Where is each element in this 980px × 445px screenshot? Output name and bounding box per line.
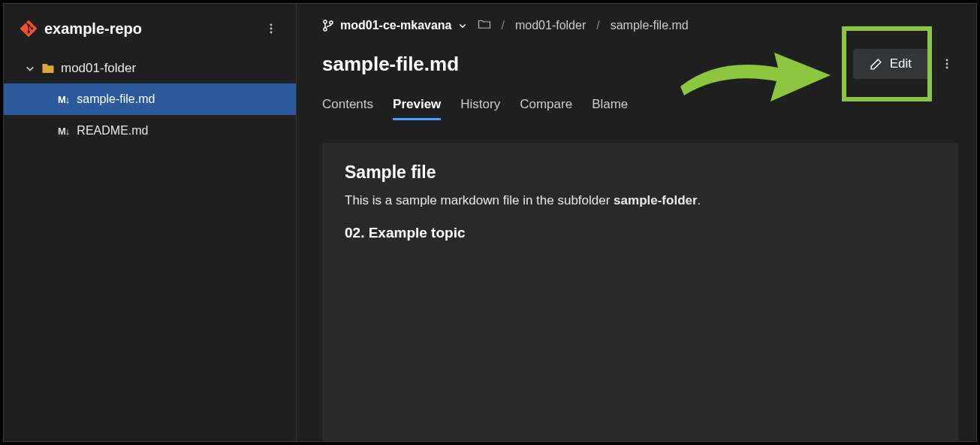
tree-file-sample[interactable]: M↓ sample-file.md: [4, 83, 296, 115]
branch-icon: [322, 20, 334, 32]
sidebar-more-button[interactable]: [260, 17, 282, 40]
svg-point-0: [270, 24, 273, 26]
chevron-down-icon: [458, 21, 467, 30]
chevron-down-icon: [25, 63, 35, 74]
file-tree-sidebar: example-repo mod01-folder M↓ sample-file…: [4, 4, 297, 441]
preview-body: This is a sample markdown file in the su…: [345, 193, 936, 208]
tab-compare[interactable]: Compare: [520, 92, 572, 120]
file-title: sample-file.md: [322, 53, 459, 76]
pencil-icon: [870, 58, 882, 71]
repo-title[interactable]: example-repo: [20, 20, 142, 38]
tab-blame[interactable]: Blame: [592, 92, 628, 120]
file-more-button[interactable]: [936, 53, 958, 75]
preview-subheading: 02. Example topic: [345, 225, 936, 241]
breadcrumb-folder[interactable]: mod01-folder: [515, 19, 586, 32]
breadcrumb-separator: [478, 17, 491, 34]
file-tabs: Contents Preview History Compare Blame: [322, 92, 958, 120]
preview-body-strong: sample-folder: [614, 193, 697, 207]
tree-folder[interactable]: mod01-folder: [4, 53, 296, 83]
edit-label: Edit: [890, 56, 912, 71]
breadcrumb-file[interactable]: sample-file.md: [611, 19, 689, 32]
preview-heading: Sample file: [345, 162, 936, 183]
more-vertical-icon: [941, 58, 953, 70]
preview-panel: Sample file This is a sample markdown fi…: [322, 143, 958, 441]
svg-point-6: [946, 59, 948, 62]
sidebar-header: example-repo: [4, 4, 296, 49]
folder-outline-icon: [478, 17, 491, 31]
breadcrumb-slash: /: [502, 19, 505, 32]
branch-selector[interactable]: mod01-ce-mkavana: [322, 19, 467, 32]
app-root: example-repo mod01-folder M↓ sample-file…: [3, 3, 977, 442]
file-tree: mod01-folder M↓ sample-file.md M↓ README…: [4, 49, 296, 147]
folder-icon: [41, 62, 55, 75]
branch-name: mod01-ce-mkavana: [340, 19, 452, 32]
repo-name-label: example-repo: [44, 20, 142, 38]
svg-point-5: [330, 21, 333, 24]
markdown-icon: M↓: [58, 94, 69, 105]
svg-point-7: [946, 63, 948, 65]
markdown-icon: M↓: [58, 126, 69, 137]
breadcrumb-slash: /: [596, 19, 599, 32]
svg-point-3: [324, 20, 327, 23]
svg-point-4: [324, 28, 327, 31]
tab-history[interactable]: History: [460, 92, 500, 120]
file-actions: Edit: [853, 49, 958, 79]
svg-point-8: [946, 67, 948, 69]
tab-preview[interactable]: Preview: [393, 92, 441, 120]
more-vertical-icon: [265, 23, 277, 35]
file-header: sample-file.md Edit: [322, 49, 958, 79]
tree-file-readme[interactable]: M↓ README.md: [4, 115, 296, 147]
breadcrumb: mod01-ce-mkavana / mod01-folder / sample…: [322, 17, 958, 34]
main-content: mod01-ce-mkavana / mod01-folder / sample…: [297, 4, 976, 441]
svg-point-2: [270, 32, 273, 34]
git-icon: [20, 20, 37, 37]
folder-label: mod01-folder: [61, 61, 136, 76]
tab-contents[interactable]: Contents: [322, 92, 373, 120]
svg-point-1: [270, 28, 273, 30]
file-label: sample-file.md: [77, 92, 155, 106]
edit-button[interactable]: Edit: [853, 49, 928, 79]
preview-body-text: This is a sample markdown file in the su…: [345, 193, 614, 207]
preview-body-suffix: .: [698, 193, 701, 207]
file-label: README.md: [77, 124, 148, 138]
